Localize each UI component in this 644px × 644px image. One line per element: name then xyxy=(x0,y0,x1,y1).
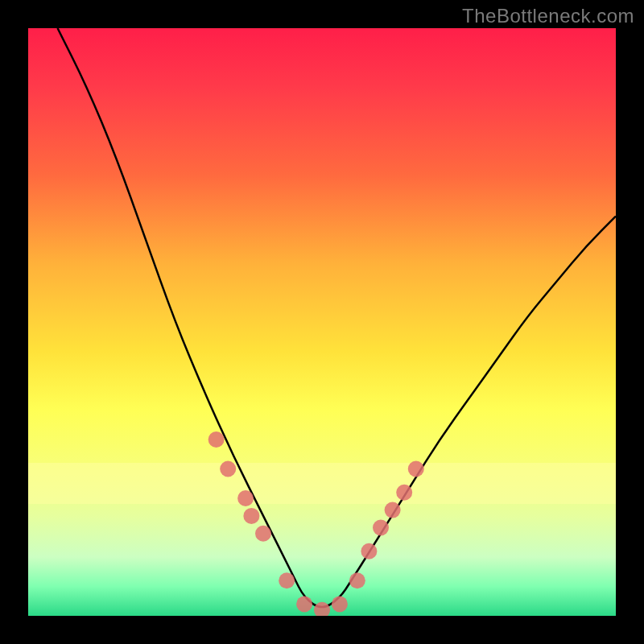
outer-frame: TheBottleneck.com xyxy=(0,0,644,644)
marker-dot xyxy=(296,596,312,612)
marker-dot xyxy=(314,602,330,616)
marker-dot xyxy=(408,461,424,477)
marker-dot xyxy=(332,596,348,612)
chart-plot-area xyxy=(28,28,616,616)
marker-dot xyxy=(208,431,225,448)
marker-dot xyxy=(279,572,295,588)
bottleneck-curve xyxy=(28,28,616,616)
marker-dot xyxy=(243,508,259,524)
curve-path xyxy=(58,28,617,607)
marker-dot xyxy=(220,461,236,477)
marker-dot xyxy=(396,485,412,501)
marker-group xyxy=(208,431,424,616)
marker-dot xyxy=(361,543,377,559)
marker-dot xyxy=(373,520,389,536)
marker-dot xyxy=(349,572,365,588)
marker-dot xyxy=(385,502,401,518)
attribution-label: TheBottleneck.com xyxy=(462,5,634,27)
marker-dot xyxy=(237,490,254,506)
marker-dot xyxy=(255,526,271,542)
